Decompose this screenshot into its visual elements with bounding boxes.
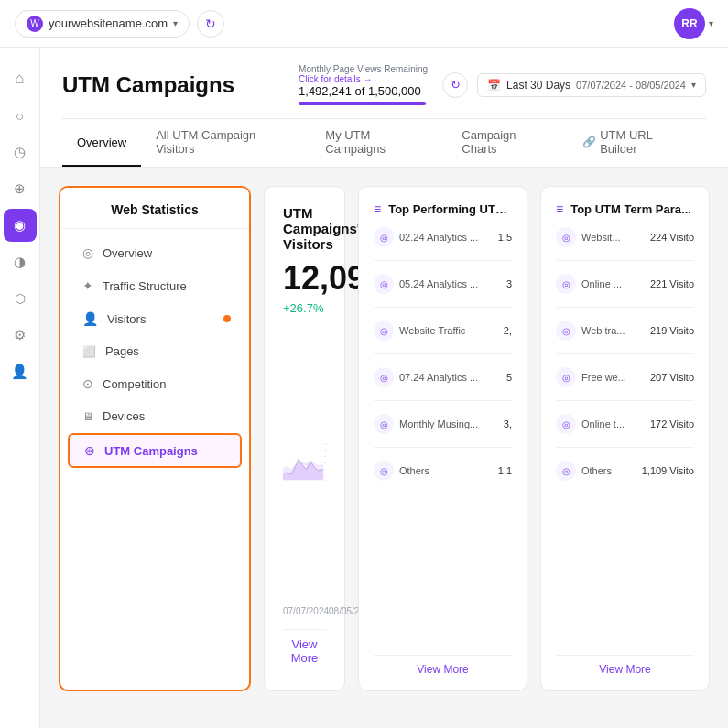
utm-item-value-2: 2, bbox=[504, 325, 512, 336]
avatar-wrapper[interactable]: RR ▾ bbox=[674, 8, 713, 39]
domain-text: yourwebsitename.com bbox=[49, 16, 168, 30]
sidebar-icon-hex[interactable]: ⬡ bbox=[4, 282, 37, 315]
header-refresh-button[interactable]: ↻ bbox=[442, 72, 468, 98]
utm-term-item-value-5: 1,109 Visito bbox=[642, 465, 694, 476]
chart-date-start: 07/07/2024 bbox=[283, 606, 329, 616]
tabs: Overview All UTM Campaign Visitors My UT… bbox=[62, 118, 706, 167]
utm-term-card-header: ≡ Top UTM Term Para... bbox=[556, 201, 694, 216]
page-header-top: UTM Campaigns Monthly Page Views Remaini… bbox=[62, 64, 706, 105]
utm-item-value-4: 3, bbox=[504, 418, 512, 429]
sidebar-item-devices[interactable]: 🖥 Devices bbox=[68, 401, 242, 431]
utm-divider-1 bbox=[374, 307, 512, 308]
topbar: W yourwebsitename.com ▾ ↻ RR ▾ bbox=[0, 0, 728, 48]
devices-icon: 🖥 bbox=[82, 410, 93, 423]
tab-utm-url-builder[interactable]: 🔗 UTM URL Builder bbox=[568, 119, 706, 167]
utm-term-item-icon-0: ◎ bbox=[556, 227, 576, 247]
progress-bar-fill bbox=[299, 102, 426, 105]
utm-term-item-name-5: Others bbox=[581, 465, 636, 476]
utm-item-icon-4: ◎ bbox=[374, 414, 394, 434]
svg-text:0: 0 bbox=[324, 480, 325, 481]
utm-term-item-name-4: Online t... bbox=[581, 418, 645, 429]
web-stats-header: Web Statistics bbox=[60, 188, 249, 229]
pages-icon: ⬜ bbox=[82, 345, 96, 358]
utm-builder-icon: 🔗 bbox=[582, 136, 596, 148]
utm-term-item-name-1: Online ... bbox=[581, 278, 645, 289]
sidebar-icon-target[interactable]: ◉ bbox=[4, 209, 37, 242]
sidebar-item-devices-label: Devices bbox=[103, 409, 145, 423]
utm-item-icon-2: ◎ bbox=[374, 321, 394, 341]
utm-source-item-4: ◎ Monthly Musing... 3, bbox=[374, 414, 512, 434]
utm-term-item-icon-1: ◎ bbox=[556, 274, 576, 294]
main-content: UTM Campaigns Monthly Page Views Remaini… bbox=[40, 48, 728, 728]
chart-view-more-button[interactable]: View More bbox=[283, 629, 326, 672]
sidebar-icon-plus[interactable]: ⊕ bbox=[4, 172, 37, 205]
header-refresh-icon: ↻ bbox=[451, 78, 461, 92]
svg-text:120: 120 bbox=[324, 443, 326, 444]
utm-item-icon-3: ◎ bbox=[374, 367, 394, 387]
sidebar-item-traffic-label: Traffic Structure bbox=[103, 279, 187, 293]
utm-item-name-4: Monthly Musing... bbox=[399, 418, 498, 429]
utm-item-value-1: 3 bbox=[506, 278, 512, 289]
date-range-value: 07/07/2024 - 08/05/2024 bbox=[576, 80, 686, 91]
chart-value: 12,095 bbox=[283, 259, 326, 298]
svg-text:100: 100 bbox=[324, 450, 326, 451]
utm-item-value-3: 5 bbox=[506, 372, 512, 383]
utm-term-list: ◎ Websit... 224 Visito ◎ Online ... 221 … bbox=[556, 227, 694, 647]
utm-campaigns-icon: ⊛ bbox=[84, 443, 95, 458]
traffic-icon: ✦ bbox=[82, 278, 93, 293]
sidebar-item-visitors[interactable]: 👤 Visitors bbox=[68, 303, 242, 334]
utm-item-value-5: 1,1 bbox=[498, 465, 512, 476]
tab-all-utm-campaign-visitors[interactable]: All UTM Campaign Visitors bbox=[141, 119, 310, 167]
utm-term-divider-1 bbox=[556, 307, 694, 308]
sidebar-item-competition[interactable]: ⊙ Competition bbox=[68, 368, 242, 399]
web-stats-title: Web Statistics bbox=[75, 202, 234, 217]
sidebar-icon-clock[interactable]: ◷ bbox=[4, 136, 37, 168]
sidebar-icon-circle[interactable]: ○ bbox=[4, 99, 37, 132]
sidebar-item-overview[interactable]: ◎ Overview bbox=[68, 237, 242, 268]
utm-term-item-name-0: Websit... bbox=[581, 232, 645, 243]
sidebar-icon-analytics[interactable]: ◑ bbox=[4, 245, 37, 278]
chevron-down-icon: ▾ bbox=[173, 18, 178, 28]
calendar-icon: 📅 bbox=[487, 79, 501, 92]
sidebar-item-pages-label: Pages bbox=[105, 344, 139, 358]
utm-term-item-0: ◎ Websit... 224 Visito bbox=[556, 227, 694, 247]
utm-term-divider-0 bbox=[556, 260, 694, 261]
utm-term-item-1: ◎ Online ... 221 Visito bbox=[556, 274, 694, 294]
sidebar-item-competition-label: Competition bbox=[103, 377, 166, 391]
sidebar-item-traffic-structure[interactable]: ✦ Traffic Structure bbox=[68, 270, 242, 301]
page-header-meta: Monthly Page Views Remaining Click for d… bbox=[299, 64, 706, 105]
utm-divider-2 bbox=[374, 353, 512, 354]
utm-term-item-icon-2: ◎ bbox=[556, 321, 576, 341]
utm-item-name-2: Website Traffic bbox=[399, 325, 498, 336]
utm-divider-4 bbox=[374, 447, 512, 448]
tab-overview[interactable]: Overview bbox=[62, 119, 141, 167]
utm-source-item-1: ◎ 05.24 Analytics ... 3 bbox=[374, 274, 512, 294]
domain-selector[interactable]: W yourwebsitename.com ▾ bbox=[15, 10, 190, 38]
sidebar-item-pages[interactable]: ⬜ Pages bbox=[68, 336, 242, 366]
utm-term-card: ≡ Top UTM Term Para... ◎ Websit... 224 V… bbox=[540, 186, 710, 691]
web-stats-menu: ◎ Overview ✦ Traffic Structure 👤 Visitor… bbox=[60, 229, 249, 476]
utm-term-item-5: ◎ Others 1,109 Visito bbox=[556, 461, 694, 481]
utm-source-list: ◎ 02.24 Analytics ... 1,5 ◎ 05.24 Analyt… bbox=[374, 227, 512, 647]
svg-text:20: 20 bbox=[324, 475, 326, 476]
sidebar-item-utm-campaigns[interactable]: ⊛ UTM Campaigns bbox=[68, 433, 242, 468]
sidebar-icon-home[interactable]: ⌂ bbox=[4, 62, 37, 95]
click-details-link[interactable]: Click for details → bbox=[299, 74, 373, 84]
utm-term-item-4: ◎ Online t... 172 Visito bbox=[556, 414, 694, 434]
date-range-selector[interactable]: 📅 Last 30 Days 07/07/2024 - 08/05/2024 ▾ bbox=[477, 73, 706, 97]
page-views-label: Monthly Page Views Remaining Click for d… bbox=[299, 64, 428, 84]
sidebar-icon-settings[interactable]: ⚙ bbox=[4, 319, 37, 352]
utm-term-item-2: ◎ Web tra... 219 Visito bbox=[556, 321, 694, 341]
tab-my-utm-campaigns[interactable]: My UTM Campaigns bbox=[310, 119, 447, 167]
utm-term-item-icon-4: ◎ bbox=[556, 414, 576, 434]
tab-campaign-charts[interactable]: Campaign Charts bbox=[447, 119, 568, 167]
utm-term-item-value-0: 224 Visito bbox=[650, 232, 694, 243]
utm-term-item-value-4: 172 Visito bbox=[650, 418, 694, 429]
utm-source-view-more-button[interactable]: View More bbox=[374, 655, 512, 676]
utm-term-item-value-2: 219 Visito bbox=[650, 325, 694, 336]
utm-term-divider-3 bbox=[556, 400, 694, 401]
sidebar-icon-user[interactable]: 👤 bbox=[4, 355, 37, 388]
utm-term-view-more-button[interactable]: View More bbox=[556, 655, 694, 676]
utm-term-divider-2 bbox=[556, 353, 694, 354]
refresh-button[interactable]: ↻ bbox=[197, 10, 224, 38]
